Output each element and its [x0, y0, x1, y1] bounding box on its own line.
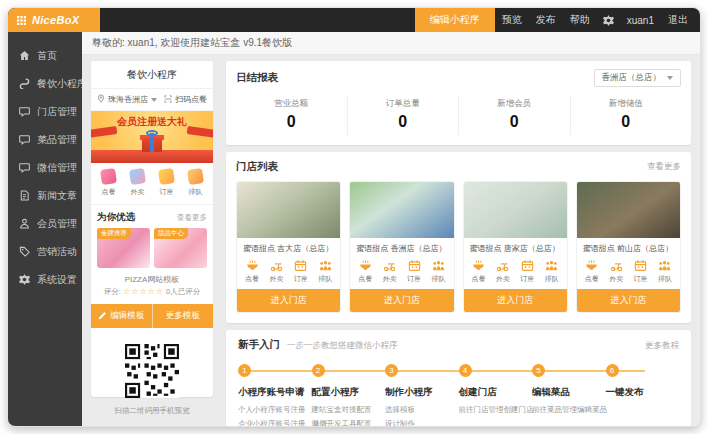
delivery-icon: [270, 259, 283, 272]
sidebar-item-home[interactable]: 首页: [8, 42, 82, 70]
guide-step-1: 1 小程序账号申请 个人小程序账号注册 企业小程序账号注册、认证 微信公众号注册…: [238, 364, 312, 427]
store-photo[interactable]: [577, 182, 680, 238]
preview-title: 餐饮小程序: [91, 61, 213, 89]
feature-booking[interactable]: 订座: [634, 259, 648, 284]
sidebar-item-store-management[interactable]: 门店管理: [8, 98, 82, 126]
more-templates-button[interactable]: 更多模板: [153, 304, 214, 328]
quick-action-queue[interactable]: 排队: [188, 169, 203, 197]
store-features: 点餐 外卖 订座 排队: [350, 256, 453, 289]
store-photo[interactable]: [464, 182, 567, 238]
sidebar-item-label: 首页: [37, 49, 57, 63]
feature-dine[interactable]: 点餐: [472, 259, 486, 284]
top-bar: NiceBoX 编辑小程序 预览 发布 帮助 xuan1 退出: [8, 8, 700, 32]
enter-store-button[interactable]: 进入门店: [350, 289, 453, 312]
edit-mini-program-button[interactable]: 编辑小程序: [415, 8, 495, 32]
store-location-selector[interactable]: 珠海香洲店: [97, 94, 157, 105]
location-label: 珠海香洲店: [108, 94, 148, 105]
edit-template-button[interactable]: 编辑模板: [91, 304, 153, 328]
quick-action-booking[interactable]: 订座: [159, 169, 174, 197]
booking-icon: [521, 259, 534, 272]
quick-actions-row: 点餐 外卖 订座 排队: [91, 163, 213, 205]
guide-step-4: 4 创建门店 前往门店管理创建门店: [459, 364, 533, 427]
star-rating-icons[interactable]: ☆☆☆☆☆: [123, 287, 164, 296]
sidebar-item-label: 门店管理: [37, 105, 77, 119]
sidebar-item-dish-management[interactable]: 菜品管理: [8, 126, 82, 154]
username-label[interactable]: xuan1: [620, 8, 661, 32]
recommend-images: 金牌推荐 甜品中心: [91, 228, 213, 268]
feature-dine[interactable]: 点餐: [585, 259, 599, 284]
step-item-link[interactable]: 前往菜品管理编辑菜品: [532, 405, 602, 415]
recommend-image-right[interactable]: 甜品中心: [154, 228, 207, 268]
person-icon: [19, 218, 30, 231]
app-logo[interactable]: NiceBoX: [8, 8, 100, 32]
sidebar-item-system-settings[interactable]: 系统设置: [8, 266, 82, 294]
step-item-link[interactable]: 微信开发工具配置: [312, 419, 382, 427]
delivery-icon: [496, 259, 509, 272]
topbar-spacer: [100, 8, 415, 32]
document-icon: [19, 190, 30, 203]
step-title: 编辑菜品: [532, 386, 602, 399]
feature-booking[interactable]: 订座: [520, 259, 534, 284]
feature-label: 订座: [407, 274, 421, 284]
scan-icon: [164, 95, 172, 105]
step-item-link[interactable]: 设计制作: [385, 419, 455, 427]
recommend-tag: 金牌推荐: [97, 228, 131, 239]
guide-header: 新手入门 一步一步教您搭建微信小程序 更多教程: [238, 338, 679, 352]
quick-action-delivery[interactable]: 外卖: [130, 169, 145, 197]
enter-store-button[interactable]: 进入门店: [577, 289, 680, 312]
recommend-image-left[interactable]: 金牌推荐: [97, 228, 150, 268]
sidebar-item-news-articles[interactable]: 新闻文章: [8, 182, 82, 210]
chevron-down-icon: [667, 76, 673, 80]
store-photo[interactable]: [350, 182, 453, 238]
settings-gear-icon[interactable]: [597, 8, 620, 32]
stat-new-deposits: 新增储值 0: [571, 96, 682, 135]
publish-link[interactable]: 发布: [529, 8, 563, 32]
feature-delivery[interactable]: 外卖: [383, 259, 397, 284]
sidebar-item-member-management[interactable]: 会员管理: [8, 210, 82, 238]
step-title: 一键发布: [606, 386, 676, 399]
store-photo[interactable]: [237, 182, 340, 238]
feature-delivery[interactable]: 外卖: [269, 259, 283, 284]
feature-delivery[interactable]: 外卖: [609, 259, 623, 284]
feature-booking[interactable]: 订座: [294, 259, 308, 284]
feature-dine[interactable]: 点餐: [245, 259, 259, 284]
sidebar-item-marketing[interactable]: 营销活动: [8, 238, 82, 266]
feature-dine[interactable]: 点餐: [358, 259, 372, 284]
feature-queue[interactable]: 排队: [431, 259, 445, 284]
feature-queue[interactable]: 排队: [318, 259, 332, 284]
booking-illustration-icon: [158, 168, 175, 185]
store-name: 蜜语甜点 吉大店（总店）: [237, 238, 340, 256]
feature-queue[interactable]: 排队: [658, 259, 672, 284]
preview-link[interactable]: 预览: [495, 8, 529, 32]
step-item-link[interactable]: 企业小程序账号注册、认证: [238, 419, 308, 427]
enter-store-button[interactable]: 进入门店: [237, 289, 340, 312]
stat-label: 新增会员: [459, 98, 570, 110]
store-list-header: 门店列表 查看更多: [236, 160, 681, 174]
sidebar-item-restaurant-miniprogram[interactable]: 餐饮小程序: [8, 70, 82, 98]
feature-delivery[interactable]: 外卖: [496, 259, 510, 284]
store-filter-select[interactable]: 香洲店（总店）: [594, 69, 682, 87]
step-item-link[interactable]: 个人小程序账号注册: [238, 405, 308, 415]
member-gift-banner[interactable]: 会员注册送大礼: [91, 111, 213, 163]
quick-action-dine[interactable]: 点餐: [101, 169, 116, 197]
recommend-tag: 甜品中心: [154, 228, 188, 239]
feature-label: 订座: [520, 274, 534, 284]
more-tutorials-link[interactable]: 更多教程: [645, 340, 679, 352]
step-item-link[interactable]: 选择模板: [385, 405, 455, 415]
logout-link[interactable]: 退出: [661, 8, 700, 32]
step-title: 制作小程序: [385, 386, 455, 399]
scan-order-button[interactable]: 扫码点餐: [164, 94, 207, 105]
queue-icon: [432, 259, 445, 272]
help-link[interactable]: 帮助: [563, 8, 597, 32]
right-column: 日结报表 香洲店（总店） 营业总额 0: [226, 61, 691, 427]
step-item-link[interactable]: 前往门店管理创建门店: [459, 405, 529, 415]
store-list-more-link[interactable]: 查看更多: [647, 161, 681, 173]
enter-store-button[interactable]: 进入门店: [464, 289, 567, 312]
step-item-link[interactable]: 建站宝盒对接配置: [312, 405, 382, 415]
delivery-icon: [610, 259, 623, 272]
recommend-more-link[interactable]: 查看更多: [177, 213, 207, 223]
sidebar-item-wechat-management[interactable]: 微信管理: [8, 154, 82, 182]
feature-booking[interactable]: 订座: [407, 259, 421, 284]
content-area: 餐饮小程序 珠海香洲店 扫码点餐 会员注册送大礼: [82, 55, 700, 427]
feature-queue[interactable]: 排队: [545, 259, 559, 284]
